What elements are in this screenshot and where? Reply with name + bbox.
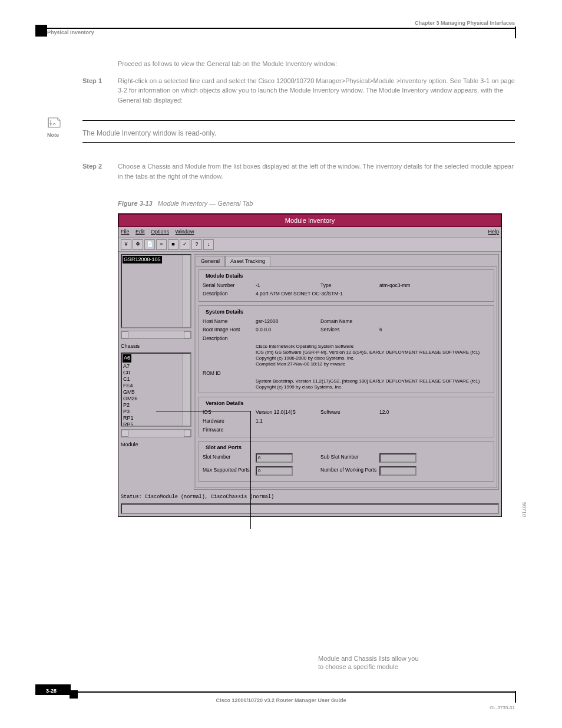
slot-ports-group: Slot and Ports Slot Number 6 Sub Slot Nu… xyxy=(199,441,494,482)
toolbar: ¥ ❖ 📄 ≡ ■ ✓ ? ↓ xyxy=(118,238,501,252)
tab-asset-tracking[interactable]: Asset Tracking xyxy=(225,256,270,267)
boot-value: 0.0.0.0 xyxy=(256,326,320,334)
tb-print-icon[interactable]: 📄 xyxy=(144,239,155,250)
footer-pub: OL-3735-01 xyxy=(490,705,515,710)
tab-general[interactable]: General xyxy=(196,256,225,267)
note-icon: Note xyxy=(47,117,82,150)
fw-label: Firmware xyxy=(203,426,256,434)
tb-view-icon[interactable]: ❖ xyxy=(133,239,143,250)
callout-connector-v xyxy=(250,411,251,529)
desc-label: Description xyxy=(203,290,256,298)
subslot-label: Sub Slot Number xyxy=(320,453,379,461)
module-inventory-window: Module Inventory File Edit Options Windo… xyxy=(118,213,502,518)
sysdesc-value: Cisco Internetwork Operating System Soft… xyxy=(256,344,490,367)
hw-value: 1.1 xyxy=(256,417,320,425)
tb-help-icon[interactable]: ? xyxy=(191,239,202,250)
wp-field[interactable] xyxy=(379,466,416,476)
chassis-label: Chassis xyxy=(121,341,191,351)
services-label: Services xyxy=(320,326,379,334)
callout-text: Module and Chassis lists allow you to ch… xyxy=(318,654,424,671)
tb-status-icon[interactable]: ■ xyxy=(168,239,178,250)
hw-label: Hardware xyxy=(203,417,256,425)
step1-label: Step 1 xyxy=(82,76,118,106)
section-label: Physical Inventory xyxy=(47,29,94,35)
side-rule-top xyxy=(515,27,516,38)
module-label: Module xyxy=(121,440,191,449)
menu-bar: File Edit Options Window Help xyxy=(118,227,501,238)
chassis-scroll[interactable] xyxy=(121,331,191,339)
version-details-group: Version Details IOS Version 12.0(14)S So… xyxy=(199,397,494,438)
menu-help[interactable]: Help xyxy=(488,229,499,235)
host-value: gsr-12008 xyxy=(256,318,320,325)
step2-text: Choose a Chassis and Module from the lis… xyxy=(118,162,515,181)
ios-value: Version 12.0(14)S xyxy=(256,409,320,416)
type-value: atm-qoc3-mm xyxy=(379,282,490,289)
rom-value: System Bootstrap, Version 11.2(17)GS2, [… xyxy=(256,378,490,390)
boot-label: Boot Image Host xyxy=(203,326,256,334)
host-label: Host Name xyxy=(203,318,256,325)
module-scroll[interactable] xyxy=(121,429,191,437)
maxp-label: Max Supported Ports xyxy=(203,466,256,474)
menu-window[interactable]: Window xyxy=(176,229,194,235)
intro-text: Proceed as follows to view the General t… xyxy=(118,59,515,69)
module-listbox[interactable]: A6 A7 C0 C1 FE4 GM5 GM26 P2 P3 RP1 RP5 S… xyxy=(121,353,191,427)
menu-file[interactable]: File xyxy=(121,229,130,235)
desc-value: 4 port ATM Over SONET OC-3c/STM-1 xyxy=(256,290,343,298)
menu-edit[interactable]: Edit xyxy=(135,229,145,235)
note-text: The Module Inventory window is read-only… xyxy=(82,129,216,137)
chassis-listbox[interactable]: GSR12008-105 xyxy=(121,254,191,328)
maxp-field[interactable]: 0 xyxy=(256,466,293,476)
serial-value: -1 xyxy=(256,282,320,289)
tb-list-icon[interactable]: ≡ xyxy=(156,239,167,250)
rom-label: ROM ID xyxy=(203,370,256,377)
header-rule xyxy=(46,28,515,29)
window-title: Module Inventory xyxy=(118,214,501,228)
chapter-label: Chapter 3 Managing Physical Interfaces xyxy=(415,20,515,26)
menu-options[interactable]: Options xyxy=(151,229,169,235)
footer-title: Cisco 12000/10720 v3.2 Router Manager Us… xyxy=(0,697,562,703)
header-corner-mark xyxy=(35,25,47,37)
figure-caption: Figure 3-13 Module Inventory — General T… xyxy=(118,199,515,209)
type-label: Type xyxy=(320,282,379,289)
wp-label: Number of Working Ports xyxy=(320,466,379,474)
callout-connector-h xyxy=(156,411,250,411)
system-details-group: System Details Host Name gsr-12008 Domai… xyxy=(199,305,494,393)
bottom-progress xyxy=(121,503,499,514)
step1-text: Right-click on a selected line card and … xyxy=(118,76,515,106)
footer-rule xyxy=(47,691,515,693)
page-number: 3-28 xyxy=(46,688,57,694)
sw-value: 12.0 xyxy=(379,409,490,416)
tb-nav-icon[interactable]: ¥ xyxy=(121,239,131,250)
serial-label: Serial Number xyxy=(203,282,256,289)
sysdesc-label: Description xyxy=(203,335,256,342)
ios-label: IOS xyxy=(203,409,256,416)
step2-label: Step 2 xyxy=(82,162,118,181)
tb-load-icon[interactable]: ↓ xyxy=(203,239,214,250)
status-bar: Status: CiscoModule (normal), CiscoChass… xyxy=(118,492,501,502)
slot-field[interactable]: 6 xyxy=(256,453,293,463)
module-details-group: Module Details Serial Number -1 Type atm… xyxy=(199,269,494,302)
tb-check-icon[interactable]: ✓ xyxy=(180,239,190,250)
figure-index: 50710 xyxy=(520,502,528,517)
domain-label: Domain Name xyxy=(320,318,379,325)
services-value: 6 xyxy=(379,326,490,334)
slot-label: Slot Number xyxy=(203,453,256,461)
sw-label: Software xyxy=(320,409,379,416)
subslot-field[interactable] xyxy=(379,453,416,463)
